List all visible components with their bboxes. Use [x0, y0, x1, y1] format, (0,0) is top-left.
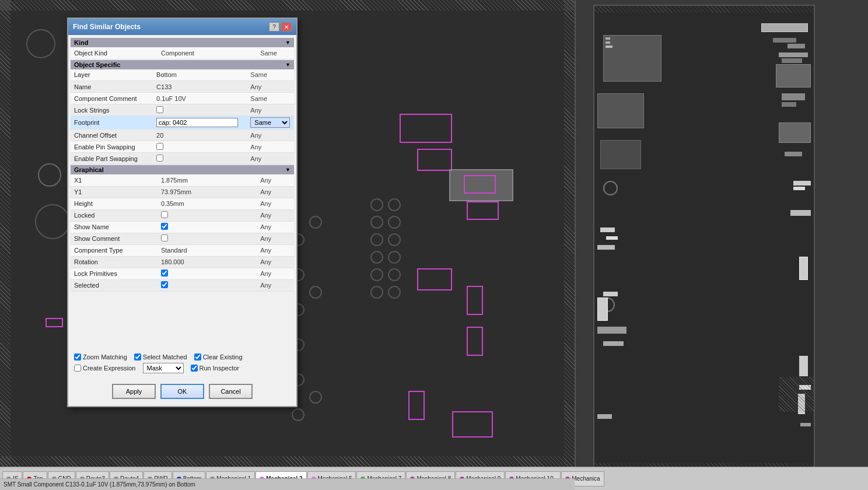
pcb-c14: [309, 216, 322, 229]
run-inspector-checkbox[interactable]: [191, 365, 198, 372]
os-lockstrings-label: Lock Strings: [71, 104, 153, 116]
rp-cluster-2: [597, 93, 644, 128]
dialog-body: Kind ▼ Object Kind Component Same Object…: [68, 35, 296, 406]
os-lockstrings-row: Lock Strings Any: [71, 104, 294, 116]
select-matched-label: Select Matched: [143, 354, 187, 360]
os-partswap-label: Enable Part Swapping: [71, 153, 153, 164]
rp-light-9: [597, 298, 608, 321]
os-footprint-rule: Same Any Different: [247, 116, 294, 130]
create-expression-checkbox[interactable]: [74, 365, 81, 372]
right-panel: [575, 0, 868, 478]
gr-comptype-value: Standard: [158, 244, 257, 256]
gr-selected-row: Selected Any: [71, 279, 294, 291]
rp-comp-10: [603, 341, 624, 346]
apply-button[interactable]: Apply: [112, 384, 156, 399]
pcb-c1: [370, 198, 383, 211]
kind-section-arrow: ▼: [285, 40, 290, 46]
pcb-pink-rect-1: [400, 114, 452, 143]
pcb-c2: [388, 198, 401, 211]
os-pinswap-label: Enable Pin Swapping: [71, 141, 153, 153]
pcb-c6: [388, 233, 401, 246]
os-partswap-checkbox[interactable]: [156, 155, 163, 162]
kind-object-kind-label: Object Kind: [71, 47, 158, 59]
os-comment-label: Component Comment: [71, 93, 153, 104]
gr-showcomment-rule: Any: [257, 233, 294, 244]
os-footprint-input[interactable]: [156, 118, 238, 127]
dialog-buttons-area: Apply OK Cancel: [71, 379, 294, 404]
pcb-hole-1: [26, 29, 55, 58]
pcb-pink-rect-left: [46, 318, 63, 327]
gr-y1-rule: Any: [257, 186, 294, 198]
gr-showcomment-checkbox[interactable]: [161, 235, 168, 242]
gr-selected-checkbox[interactable]: [161, 281, 168, 288]
zoom-matching-checkbox[interactable]: [74, 354, 81, 360]
pcb-c12: [388, 286, 401, 299]
pcb-pink-rect-6: [467, 286, 483, 315]
gr-selected-label: Selected: [71, 279, 158, 291]
rp-light-2: [793, 187, 805, 190]
os-channeloffset-label: Channel Offset: [71, 130, 153, 141]
pcb-pink-rect-2: [417, 149, 452, 171]
rp-light-5: [606, 236, 618, 240]
gr-rotation-label: Rotation: [71, 256, 158, 268]
options-row-2: Create Expression Mask Dim Normal Run In…: [74, 363, 290, 373]
os-footprint-label: Footprint: [71, 116, 153, 130]
select-matched-checkbox[interactable]: [134, 354, 141, 360]
select-matched-option: Select Matched: [134, 354, 187, 360]
clear-existing-checkbox[interactable]: [194, 354, 201, 360]
pcb-c21: [292, 408, 304, 421]
os-layer-row: Layer Bottom Same: [71, 69, 294, 81]
rp-comp-1: [761, 23, 808, 32]
rp-light-1: [793, 181, 811, 186]
pcb-c9: [370, 268, 383, 281]
os-name-row: Name C133 Any: [71, 81, 294, 93]
clear-existing-label: Clear Existing: [203, 354, 243, 360]
graphical-section-header: Graphical ▼: [71, 165, 294, 174]
os-comment-rule: Same: [247, 93, 294, 104]
os-footprint-value: [153, 116, 247, 130]
right-hatch: [564, 0, 575, 478]
os-partswap-row: Enable Part Swapping Any: [71, 153, 294, 164]
gr-y1-label: Y1: [71, 186, 158, 198]
gr-locked-checkbox[interactable]: [161, 211, 168, 218]
dialog-title-buttons: ? ✕: [269, 22, 292, 32]
rp-light-7: [799, 257, 808, 280]
rp-hatch: [779, 377, 814, 412]
dialog-title-bar: Find Similar Objects ? ✕: [68, 19, 296, 35]
gr-lockprim-value: [158, 268, 257, 279]
pcb-pink-rect-9: [452, 411, 493, 438]
rp-comp-4: [779, 52, 808, 57]
run-inspector-option: Run Inspector: [191, 365, 239, 372]
rp-comp-6: [782, 93, 805, 100]
rp-comp-11: [597, 414, 612, 419]
gr-selected-rule: Any: [257, 279, 294, 291]
os-lockstrings-checkbox[interactable]: [156, 106, 163, 113]
os-partswap-value: [153, 153, 247, 164]
zoom-matching-label: Zoom Matching: [83, 354, 127, 360]
object-specific-table: Layer Bottom Same Name C133 Any Componen…: [71, 69, 294, 165]
kind-object-kind-row: Object Kind Component Same: [71, 47, 294, 59]
dialog-help-button[interactable]: ?: [269, 22, 279, 32]
pcb-c5: [370, 233, 383, 246]
os-pinswap-checkbox[interactable]: [156, 143, 163, 150]
mask-dropdown[interactable]: Mask Dim Normal: [143, 363, 184, 373]
gr-showname-checkbox[interactable]: [161, 223, 168, 230]
clear-existing-option: Clear Existing: [194, 354, 243, 360]
gr-lockprim-checkbox[interactable]: [161, 270, 168, 276]
object-specific-arrow: ▼: [285, 62, 290, 68]
dialog-close-button[interactable]: ✕: [281, 22, 292, 32]
gr-lockprim-label: Lock Primitives: [71, 268, 158, 279]
os-name-rule: Any: [247, 81, 294, 93]
kind-section-header: Kind ▼: [71, 38, 294, 47]
os-footprint-select[interactable]: Same Any Different: [250, 117, 290, 128]
ok-button[interactable]: OK: [160, 384, 204, 399]
dialog-spacer: [71, 292, 294, 350]
gr-showcomment-row: Show Comment Any: [71, 233, 294, 244]
gr-showname-label: Show Name: [71, 221, 158, 233]
create-expression-label: Create Expression: [83, 365, 136, 372]
create-expression-option: Create Expression: [74, 365, 136, 372]
dialog-title: Find Similar Objects: [73, 23, 141, 31]
rp-light-3: [790, 210, 811, 216]
os-layer-label: Layer: [71, 69, 153, 81]
cancel-button[interactable]: Cancel: [209, 384, 253, 399]
